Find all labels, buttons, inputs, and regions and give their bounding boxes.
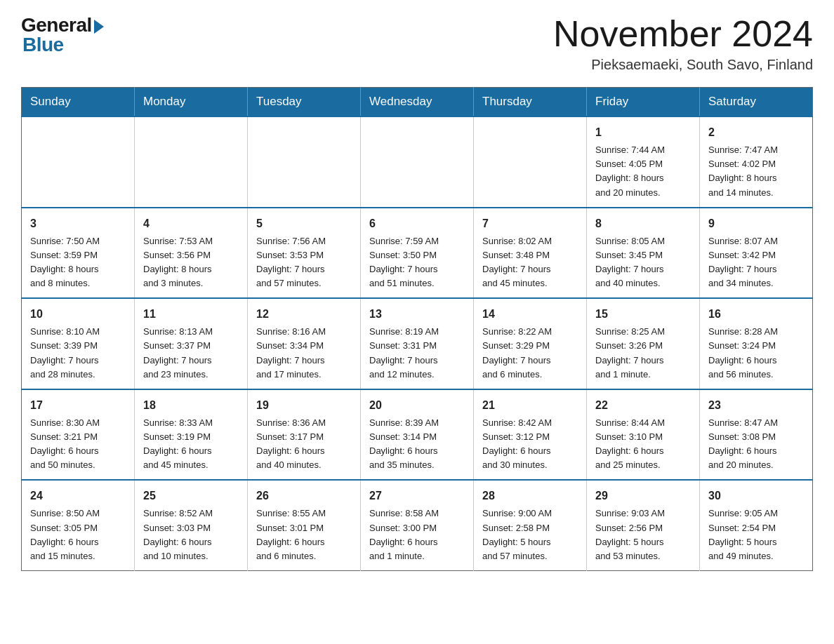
calendar-cell: 23Sunrise: 8:47 AM Sunset: 3:08 PM Dayli… <box>700 389 813 481</box>
day-info: Sunrise: 7:47 AM Sunset: 4:02 PM Dayligh… <box>708 143 804 200</box>
day-number: 18 <box>143 397 239 414</box>
calendar-cell <box>135 116 248 208</box>
day-info: Sunrise: 8:28 AM Sunset: 3:24 PM Dayligh… <box>708 325 804 382</box>
calendar-cell: 22Sunrise: 8:44 AM Sunset: 3:10 PM Dayli… <box>587 389 700 481</box>
day-number: 20 <box>369 397 465 414</box>
title-section: November 2024 Pieksaemaeki, South Savo, … <box>553 14 813 73</box>
calendar-cell: 21Sunrise: 8:42 AM Sunset: 3:12 PM Dayli… <box>474 389 587 481</box>
calendar-cell: 18Sunrise: 8:33 AM Sunset: 3:19 PM Dayli… <box>135 389 248 481</box>
calendar-header-tuesday: Tuesday <box>248 88 361 117</box>
calendar-week-row: 17Sunrise: 8:30 AM Sunset: 3:21 PM Dayli… <box>22 389 813 481</box>
day-info: Sunrise: 9:00 AM Sunset: 2:58 PM Dayligh… <box>482 507 578 563</box>
calendar-cell: 26Sunrise: 8:55 AM Sunset: 3:01 PM Dayli… <box>248 480 361 570</box>
calendar-header-row: SundayMondayTuesdayWednesdayThursdayFrid… <box>22 88 813 117</box>
day-number: 16 <box>708 306 804 323</box>
calendar-cell: 17Sunrise: 8:30 AM Sunset: 3:21 PM Dayli… <box>22 389 135 481</box>
day-number: 3 <box>30 215 126 232</box>
day-number: 19 <box>256 397 352 414</box>
day-info: Sunrise: 7:53 AM Sunset: 3:56 PM Dayligh… <box>143 234 239 291</box>
day-info: Sunrise: 8:50 AM Sunset: 3:05 PM Dayligh… <box>30 507 126 563</box>
day-info: Sunrise: 8:42 AM Sunset: 3:12 PM Dayligh… <box>482 416 578 473</box>
day-number: 7 <box>482 215 578 232</box>
calendar-cell: 13Sunrise: 8:19 AM Sunset: 3:31 PM Dayli… <box>361 298 474 389</box>
day-info: Sunrise: 8:19 AM Sunset: 3:31 PM Dayligh… <box>369 325 465 382</box>
day-info: Sunrise: 8:05 AM Sunset: 3:45 PM Dayligh… <box>595 234 691 291</box>
calendar-week-row: 10Sunrise: 8:10 AM Sunset: 3:39 PM Dayli… <box>22 298 813 389</box>
day-info: Sunrise: 8:36 AM Sunset: 3:17 PM Dayligh… <box>256 416 352 473</box>
day-info: Sunrise: 8:39 AM Sunset: 3:14 PM Dayligh… <box>369 416 465 473</box>
day-number: 15 <box>595 306 691 323</box>
calendar-cell: 3Sunrise: 7:50 AM Sunset: 3:59 PM Daylig… <box>22 208 135 299</box>
calendar-header-saturday: Saturday <box>700 88 813 117</box>
calendar-cell: 11Sunrise: 8:13 AM Sunset: 3:37 PM Dayli… <box>135 298 248 389</box>
calendar-cell <box>22 116 135 208</box>
day-info: Sunrise: 7:44 AM Sunset: 4:05 PM Dayligh… <box>595 143 691 200</box>
calendar-cell: 5Sunrise: 7:56 AM Sunset: 3:53 PM Daylig… <box>248 208 361 299</box>
day-number: 30 <box>708 488 804 504</box>
calendar-week-row: 1Sunrise: 7:44 AM Sunset: 4:05 PM Daylig… <box>22 116 813 208</box>
day-number: 22 <box>595 397 691 414</box>
calendar-cell: 19Sunrise: 8:36 AM Sunset: 3:17 PM Dayli… <box>248 389 361 481</box>
day-number: 6 <box>369 215 465 232</box>
calendar-header-wednesday: Wednesday <box>361 88 474 117</box>
calendar-week-row: 3Sunrise: 7:50 AM Sunset: 3:59 PM Daylig… <box>22 208 813 299</box>
day-number: 28 <box>482 488 578 504</box>
day-number: 27 <box>369 488 465 504</box>
day-number: 29 <box>595 488 691 504</box>
day-number: 9 <box>708 215 804 232</box>
day-number: 11 <box>143 306 239 323</box>
calendar-header-monday: Monday <box>135 88 248 117</box>
calendar-cell: 10Sunrise: 8:10 AM Sunset: 3:39 PM Dayli… <box>22 298 135 389</box>
day-number: 21 <box>482 397 578 414</box>
calendar-cell: 30Sunrise: 9:05 AM Sunset: 2:54 PM Dayli… <box>700 480 813 570</box>
calendar-cell: 27Sunrise: 8:58 AM Sunset: 3:00 PM Dayli… <box>361 480 474 570</box>
day-info: Sunrise: 8:58 AM Sunset: 3:00 PM Dayligh… <box>369 507 465 563</box>
day-number: 14 <box>482 306 578 323</box>
day-number: 23 <box>708 397 804 414</box>
day-info: Sunrise: 7:59 AM Sunset: 3:50 PM Dayligh… <box>369 234 465 291</box>
calendar-header-sunday: Sunday <box>22 88 135 117</box>
day-info: Sunrise: 8:10 AM Sunset: 3:39 PM Dayligh… <box>30 325 126 382</box>
day-info: Sunrise: 8:30 AM Sunset: 3:21 PM Dayligh… <box>30 416 126 473</box>
day-info: Sunrise: 8:16 AM Sunset: 3:34 PM Dayligh… <box>256 325 352 382</box>
day-info: Sunrise: 8:44 AM Sunset: 3:10 PM Dayligh… <box>595 416 691 473</box>
calendar-cell: 28Sunrise: 9:00 AM Sunset: 2:58 PM Dayli… <box>474 480 587 570</box>
calendar-cell: 6Sunrise: 7:59 AM Sunset: 3:50 PM Daylig… <box>361 208 474 299</box>
calendar-cell <box>248 116 361 208</box>
day-number: 5 <box>256 215 352 232</box>
day-info: Sunrise: 8:13 AM Sunset: 3:37 PM Dayligh… <box>143 325 239 382</box>
day-info: Sunrise: 7:50 AM Sunset: 3:59 PM Dayligh… <box>30 234 126 291</box>
day-number: 2 <box>708 124 804 141</box>
calendar-cell: 16Sunrise: 8:28 AM Sunset: 3:24 PM Dayli… <box>700 298 813 389</box>
day-info: Sunrise: 7:56 AM Sunset: 3:53 PM Dayligh… <box>256 234 352 291</box>
logo-blue-text: Blue <box>21 34 64 56</box>
calendar-cell: 25Sunrise: 8:52 AM Sunset: 3:03 PM Dayli… <box>135 480 248 570</box>
calendar-cell: 29Sunrise: 9:03 AM Sunset: 2:56 PM Dayli… <box>587 480 700 570</box>
day-info: Sunrise: 8:47 AM Sunset: 3:08 PM Dayligh… <box>708 416 804 473</box>
logo: General Blue <box>21 14 104 56</box>
main-title: November 2024 <box>553 14 813 54</box>
day-number: 8 <box>595 215 691 232</box>
calendar-cell: 2Sunrise: 7:47 AM Sunset: 4:02 PM Daylig… <box>700 116 813 208</box>
day-info: Sunrise: 8:07 AM Sunset: 3:42 PM Dayligh… <box>708 234 804 291</box>
day-info: Sunrise: 9:03 AM Sunset: 2:56 PM Dayligh… <box>595 507 691 563</box>
day-info: Sunrise: 8:25 AM Sunset: 3:26 PM Dayligh… <box>595 325 691 382</box>
day-number: 1 <box>595 124 691 141</box>
calendar-cell: 9Sunrise: 8:07 AM Sunset: 3:42 PM Daylig… <box>700 208 813 299</box>
calendar-week-row: 24Sunrise: 8:50 AM Sunset: 3:05 PM Dayli… <box>22 480 813 570</box>
subtitle: Pieksaemaeki, South Savo, Finland <box>553 57 813 73</box>
calendar-cell: 15Sunrise: 8:25 AM Sunset: 3:26 PM Dayli… <box>587 298 700 389</box>
logo-arrow-icon <box>94 20 104 34</box>
calendar-cell <box>474 116 587 208</box>
calendar-cell <box>361 116 474 208</box>
day-number: 25 <box>143 488 239 504</box>
day-info: Sunrise: 8:52 AM Sunset: 3:03 PM Dayligh… <box>143 507 239 563</box>
calendar-header-friday: Friday <box>587 88 700 117</box>
calendar-cell: 24Sunrise: 8:50 AM Sunset: 3:05 PM Dayli… <box>22 480 135 570</box>
calendar-cell: 7Sunrise: 8:02 AM Sunset: 3:48 PM Daylig… <box>474 208 587 299</box>
day-info: Sunrise: 8:33 AM Sunset: 3:19 PM Dayligh… <box>143 416 239 473</box>
day-info: Sunrise: 9:05 AM Sunset: 2:54 PM Dayligh… <box>708 507 804 563</box>
day-number: 4 <box>143 215 239 232</box>
calendar-table: SundayMondayTuesdayWednesdayThursdayFrid… <box>21 87 813 571</box>
day-number: 17 <box>30 397 126 414</box>
